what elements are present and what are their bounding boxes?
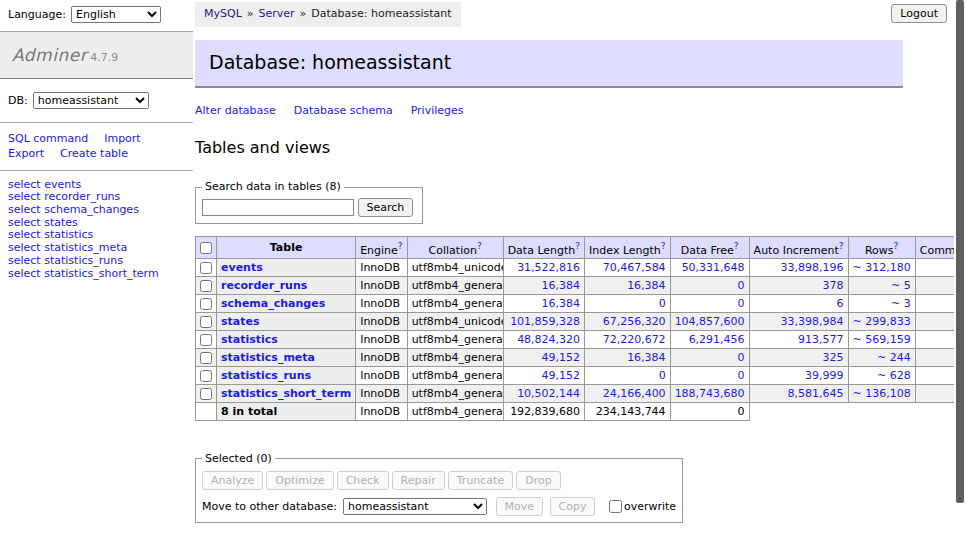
scrollbar-thumb[interactable]: [956, 0, 964, 503]
auto-increment-link[interactable]: 33,898,196: [781, 261, 844, 274]
data-free-link[interactable]: 0: [738, 279, 745, 292]
rows-link[interactable]: ~ 312,180: [853, 261, 911, 274]
table-name-link[interactable]: events: [221, 261, 263, 274]
move-row: Move to other database:homeassistant Mov…: [202, 497, 676, 516]
data-length-link[interactable]: 49,152: [542, 369, 581, 382]
tables-list: TableEngine?Collation?Data Length?Index …: [195, 236, 966, 422]
sidebar-action-link[interactable]: SQL command: [8, 132, 88, 145]
data-free-link[interactable]: 0: [738, 297, 745, 310]
rows-link[interactable]: ~ 5: [891, 279, 911, 292]
copy-button[interactable]: Copy: [550, 497, 596, 516]
move-db-select[interactable]: homeassistant: [343, 498, 487, 515]
search-input[interactable]: [202, 199, 354, 216]
column-help-link[interactable]: ?: [661, 241, 666, 251]
rows-link[interactable]: ~ 136,108: [853, 387, 911, 400]
column-header: Table: [217, 236, 356, 259]
sidebar-action-link[interactable]: Create table: [60, 147, 128, 160]
auto-increment-link[interactable]: 33,398,984: [781, 315, 844, 328]
column-help-link[interactable]: ?: [477, 241, 482, 251]
table-name-link[interactable]: schema_changes: [221, 297, 325, 310]
table-name-link[interactable]: statistics: [221, 333, 278, 346]
drop-button[interactable]: Drop: [516, 471, 560, 490]
data-length-link[interactable]: 16,384: [542, 279, 581, 292]
data-free-link[interactable]: 0: [738, 351, 745, 364]
row-checkbox[interactable]: [200, 316, 212, 328]
data-length-link[interactable]: 48,824,320: [517, 333, 580, 346]
language-select[interactable]: English: [71, 6, 161, 23]
sidebar-action-link[interactable]: Export: [8, 147, 44, 160]
select-all-checkbox[interactable]: [200, 242, 212, 254]
language-label: Language:: [8, 8, 66, 21]
search-button[interactable]: Search: [358, 198, 414, 217]
index-length-link[interactable]: 72,220,672: [603, 333, 666, 346]
rows-link[interactable]: ~ 244: [877, 351, 911, 364]
data-length-link[interactable]: 101,859,328: [510, 315, 580, 328]
sidebar-select-link[interactable]: select schema_changes: [8, 204, 185, 217]
repair-button[interactable]: Repair: [392, 471, 445, 490]
auto-increment-link[interactable]: 378: [823, 279, 844, 292]
index-length-link[interactable]: 0: [659, 297, 666, 310]
index-length-link[interactable]: 0: [659, 369, 666, 382]
data-length-link[interactable]: 10,502,144: [517, 387, 580, 400]
breadcrumb-link[interactable]: MySQL: [204, 7, 242, 20]
analyze-button[interactable]: Analyze: [202, 471, 263, 490]
row-checkbox[interactable]: [200, 280, 212, 292]
rows-link[interactable]: ~ 299,833: [853, 315, 911, 328]
table-name-link[interactable]: statistics_short_term: [221, 387, 351, 400]
sidebar-select-link[interactable]: select statistics_short_term: [8, 268, 185, 281]
database-action-link[interactable]: Privileges: [411, 104, 464, 117]
table-row: schema_changesInnoDButf8mb4_general_ci16…: [196, 295, 966, 313]
breadcrumb: MySQL»Server»Database: homeassistant: [195, 2, 461, 27]
table-name-link[interactable]: statistics_meta: [221, 351, 315, 364]
data-free-link[interactable]: 104,857,600: [675, 315, 745, 328]
data-length-link[interactable]: 31,522,816: [517, 261, 580, 274]
overwrite-checkbox[interactable]: [609, 500, 622, 513]
column-help-link[interactable]: ?: [575, 241, 580, 251]
table-name-link[interactable]: states: [221, 315, 260, 328]
column-help-link[interactable]: ?: [734, 241, 739, 251]
database-action-link[interactable]: Alter database: [195, 104, 276, 117]
data-free-link[interactable]: 188,743,680: [675, 387, 745, 400]
row-checkbox[interactable]: [200, 334, 212, 346]
sidebar-action-link[interactable]: Import: [104, 132, 141, 145]
optimize-button[interactable]: Optimize: [266, 471, 333, 490]
row-checkbox[interactable]: [200, 298, 212, 310]
column-help-link[interactable]: ?: [839, 241, 844, 251]
index-length-link[interactable]: 24,166,400: [603, 387, 666, 400]
row-checkbox[interactable]: [200, 262, 212, 274]
db-select[interactable]: homeassistant: [33, 92, 149, 109]
row-checkbox[interactable]: [200, 388, 212, 400]
rows-link[interactable]: ~ 3: [891, 297, 911, 310]
table-row: statistics_runsInnoDButf8mb4_general_ci4…: [196, 367, 966, 385]
app-name[interactable]: Adminer: [12, 45, 87, 65]
row-checkbox[interactable]: [200, 352, 212, 364]
move-button[interactable]: Move: [496, 497, 544, 516]
data-free-link[interactable]: 0: [738, 369, 745, 382]
sidebar-select-link[interactable]: select statistics_runs: [8, 255, 185, 268]
index-length-link[interactable]: 16,384: [627, 351, 666, 364]
data-length-link[interactable]: 16,384: [542, 297, 581, 310]
auto-increment-link[interactable]: 325: [823, 351, 844, 364]
truncate-button[interactable]: Truncate: [448, 471, 513, 490]
auto-increment-link[interactable]: 913,577: [798, 333, 844, 346]
index-length-link[interactable]: 16,384: [627, 279, 666, 292]
rows-link[interactable]: ~ 628: [877, 369, 911, 382]
data-length-link[interactable]: 49,152: [542, 351, 581, 364]
index-length-link[interactable]: 67,256,320: [603, 315, 666, 328]
auto-increment-link[interactable]: 8,581,645: [788, 387, 844, 400]
check-button[interactable]: Check: [337, 471, 389, 490]
table-name-link[interactable]: recorder_runs: [221, 279, 307, 292]
index-length-link[interactable]: 70,467,584: [603, 261, 666, 274]
column-help-link[interactable]: ?: [398, 241, 403, 251]
rows-link[interactable]: ~ 569,159: [853, 333, 911, 346]
sidebar-select-link[interactable]: select statistics_meta: [8, 242, 185, 255]
data-free-link[interactable]: 50,331,648: [682, 261, 745, 274]
auto-increment-link[interactable]: 6: [837, 297, 844, 310]
database-action-link[interactable]: Database schema: [294, 104, 393, 117]
column-help-link[interactable]: ?: [894, 241, 899, 251]
breadcrumb-link[interactable]: Server: [259, 7, 295, 20]
data-free-link[interactable]: 6,291,456: [689, 333, 745, 346]
row-checkbox[interactable]: [200, 370, 212, 382]
table-name-link[interactable]: statistics_runs: [221, 369, 311, 382]
auto-increment-link[interactable]: 39,999: [805, 369, 844, 382]
